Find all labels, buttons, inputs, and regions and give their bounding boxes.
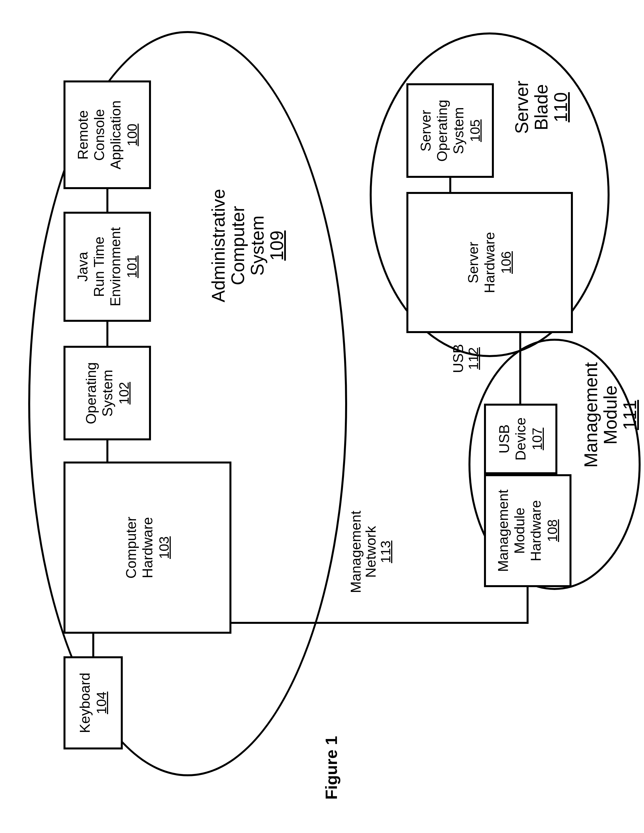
keyboard-box: Keyboard 104	[64, 656, 123, 749]
jre-l3: Environment	[108, 227, 123, 307]
admin-title-ref: 109	[267, 231, 287, 261]
server-blade-title: Server Blade 110	[512, 56, 577, 158]
usb-label-text: USB	[450, 344, 466, 373]
usb-device-l2: Device	[513, 418, 528, 461]
server-os-ref: 105	[467, 119, 482, 142]
link-101-102	[106, 322, 108, 346]
keyboard-ref: 104	[94, 691, 109, 714]
server-os-box: Server Operating System 105	[406, 83, 494, 178]
jre-ref: 101	[124, 256, 140, 278]
mgmtnet-l2: Network	[363, 526, 379, 577]
server-hw-l1: Server	[465, 242, 481, 283]
server-hw-l2: Hardware	[482, 232, 498, 293]
usb-device-box: USB Device 107	[484, 404, 557, 474]
os-box: Operating System 102	[64, 346, 151, 441]
link-103-104	[92, 634, 94, 656]
comp-hw-l2: Hardware	[140, 517, 156, 578]
comp-hw-l1: Computer	[123, 516, 139, 579]
server-blade-title-l1: Server	[512, 81, 532, 134]
jre-box: Java Run Time Environment 101	[64, 212, 151, 322]
usb-device-l1: USB	[496, 425, 512, 453]
mgmt-module-title-l1: Management	[581, 362, 601, 468]
remote-console-l1: Remote	[75, 110, 91, 159]
admin-title-l3: System	[247, 215, 268, 275]
jre-l1: Java	[75, 252, 91, 282]
server-blade-title-ref: 110	[551, 92, 571, 122]
server-os-l3: System	[450, 107, 466, 154]
mgmtnet-ref: 113	[378, 540, 393, 563]
usb-device-ref: 107	[530, 428, 544, 450]
mgmtnet-l1: Management	[348, 511, 364, 593]
mgmt-module-title-ref: 111	[620, 400, 640, 430]
os-l2: System	[100, 370, 115, 416]
mm-hw-box: Management Module Hardware 108	[484, 474, 572, 587]
keyboard-l1: Keyboard	[77, 673, 93, 733]
server-os-l2: Operating	[434, 100, 450, 162]
mm-hw-l1: Management	[495, 489, 511, 572]
server-os-l1: Server	[418, 110, 434, 151]
link-mgmtnet-v1	[527, 587, 528, 624]
server-hw-box: Server Hardware 106	[406, 192, 573, 333]
os-ref: 102	[116, 382, 131, 404]
mgmt-module-title-l2: Module	[600, 385, 621, 445]
mgmtnet-label: Management Network 113	[348, 495, 397, 608]
remote-console-l2: Console	[91, 109, 107, 161]
link-mgmtnet-h	[231, 622, 528, 624]
remote-console-ref: 100	[124, 123, 140, 146]
admin-title: Administrative Computer System 109	[209, 161, 294, 330]
server-blade-title-l2: Blade	[531, 84, 551, 130]
mgmt-module-title: Management Module 111	[581, 347, 644, 483]
comp-hw-box: Computer Hardware 103	[64, 462, 231, 634]
usb-label: USB 112	[451, 328, 485, 389]
mm-hw-l2: Module	[512, 508, 527, 554]
figure-caption-text: Figure 1	[322, 736, 340, 800]
link-105-106	[449, 178, 451, 192]
link-102-103	[106, 441, 108, 462]
admin-title-l1: Administrative	[208, 189, 229, 302]
link-usb-112	[519, 333, 521, 404]
os-l1: Operating	[83, 362, 99, 424]
diagram-canvas: Administrative Computer System 109 Serve…	[0, 0, 644, 833]
figure-caption: Figure 1	[322, 725, 344, 810]
remote-console-box: Remote Console Application 100	[64, 80, 151, 189]
server-hw-ref: 106	[499, 251, 514, 274]
usb-label-ref: 112	[466, 347, 481, 370]
remote-console-l3: Application	[108, 100, 123, 169]
comp-hw-ref: 103	[157, 536, 172, 559]
mm-hw-l3: Hardware	[528, 500, 544, 561]
admin-title-l2: Computer	[228, 206, 248, 285]
mm-hw-ref: 108	[545, 519, 560, 542]
link-100-101	[106, 189, 108, 212]
jre-l2: Run Time	[91, 236, 107, 297]
